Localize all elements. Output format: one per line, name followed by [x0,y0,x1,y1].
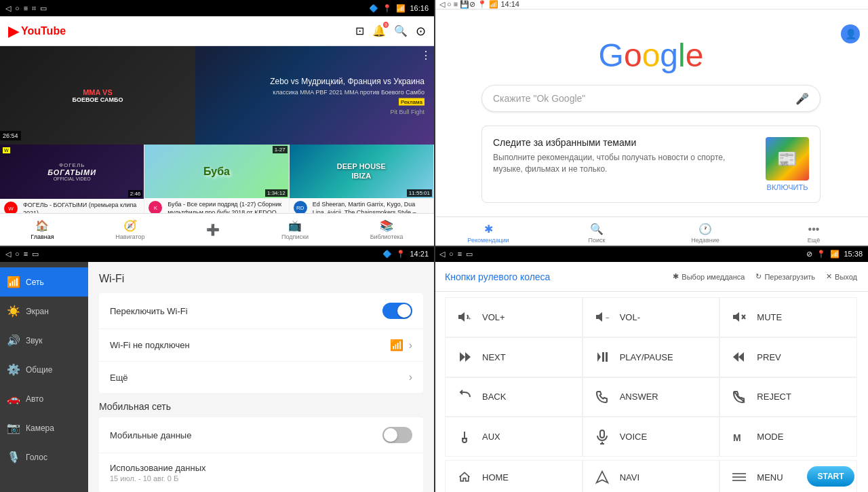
mobile-data-row[interactable]: Мобильные данные [99,417,423,453]
wifi-more-label: Ещё [110,373,409,383]
search-icon[interactable]: 🔍 [394,24,408,37]
menu-icon-br[interactable]: ≡ [458,250,462,258]
back-icon[interactable]: ◁ [5,4,11,13]
google-nav-recommendations[interactable]: ✱ Рекомендации [434,223,542,244]
navi-cell[interactable]: NAVI [583,460,720,492]
sidebar-item-sound[interactable]: 🔊 Звук [0,326,88,355]
time-tr: 14:14 [500,0,519,8]
home-icon-br[interactable]: ○ [449,250,454,258]
featured-video[interactable]: MMA VS БОЕВОЕ САМБО 26:54 Zebo vs Мудриц… [0,46,434,145]
vol-plus-cell[interactable]: + VOL+ [445,297,583,337]
answer-label: ANSWER [620,392,658,402]
status-bar-br-left: ◁ ○ ≡ ▭ [439,250,473,259]
vol-plus-icon: + [454,306,475,328]
account-icon[interactable]: ⊙ [416,24,426,39]
yt-nav-subscriptions[interactable]: 📺 Подписки [281,219,309,240]
reject-cell[interactable]: REJECT [719,377,857,417]
auto-icon: 🚗 [7,392,20,405]
home-icon-bl[interactable]: ○ [15,250,20,258]
thumb-buba[interactable]: Буба 1-27 1:34:12 K Буба - Все серии под… [144,145,289,213]
thumb-deephouse[interactable]: DEEP HOUSEIBIZA 11:55:01 LIVE RD Ed Shee… [290,145,434,213]
menu-icon[interactable]: ≡ [24,4,28,12]
yt-nav-navigator[interactable]: 🧭 Навигатор [115,219,144,240]
yt-nav-home[interactable]: 🏠 Главная [31,219,54,240]
display-icon: ☀️ [7,305,20,318]
google-nav-search[interactable]: 🔍 Поиск [542,223,651,244]
sidebar-item-auto[interactable]: 🚗 Авто [0,384,88,413]
sidebar-item-network[interactable]: 📶 Сеть [0,267,88,297]
wifi-toggle[interactable] [382,303,412,319]
google-search-bar[interactable]: Скажите "Ok Google" 🎤 [481,85,821,112]
more-options-icon[interactable]: ⋮ [420,49,431,62]
home-icon-tr[interactable]: ○ [447,0,452,8]
google-mic-icon[interactable]: 🎤 [795,92,809,105]
google-nav-more[interactable]: ••• Ещё [760,223,868,244]
answer-cell[interactable]: ANSWER [583,377,720,417]
mode-cell[interactable]: M MODE [719,417,857,457]
google-nav-recent[interactable]: 🕐 Недавние [651,223,760,244]
menu-ctrl-label: MENU [757,472,783,482]
google-enable-btn[interactable]: 📰 ВКЛЮЧИТЬ [766,137,809,191]
back-icon-bl[interactable]: ◁ [5,250,11,259]
start-button[interactable]: START [807,466,854,487]
mobile-data-toggle[interactable] [382,427,412,443]
google-enable-label[interactable]: ВКЛЮЧИТЬ [767,183,808,191]
bt-off-icon-br: ⊘ [806,250,812,259]
location-icon-bl: 📍 [396,250,406,259]
mobile-data-label: Мобильные данные [110,430,382,440]
back-icon-br[interactable]: ◁ [439,250,445,259]
android-status-bar-br: ◁ ○ ≡ ▭ ⊘ 📍 📶 15:38 [434,246,868,262]
mobile-section-title: Мобильная сеть [99,401,423,412]
aux-cell[interactable]: AUX [445,417,583,457]
home-icon[interactable]: ○ [15,4,20,12]
wifi-more-row[interactable]: Ещё › [99,362,423,393]
more-chevron-icon: › [409,371,412,383]
back-cell[interactable]: BACK [445,377,583,417]
thumb-bogaty[interactable]: ФОГЕЛЬ БОГАТЫМИ OFFICIAL VIDEO W 2:46 W … [0,145,144,213]
location-icon-tr: 📍 [477,0,487,8]
menu-ctrl-icon [728,466,750,488]
youtube-logo: ▶ YouTube [8,23,66,39]
exit-action[interactable]: ✕ Выход [826,272,857,281]
home-cell[interactable]: HOME [445,460,583,492]
save-icon-tr: 💾 [460,0,469,8]
menu-icon-tr[interactable]: ≡ [454,0,458,8]
play-pause-cell[interactable]: PLAY/PAUSE [583,337,720,377]
exit-icon: ✕ [826,272,832,281]
sidebar-item-display[interactable]: ☀️ Экран [0,297,88,326]
back-icon-tr[interactable]: ◁ [439,0,445,8]
notifications-icon[interactable]: 🔔9 [372,24,386,37]
menu-icon-bl[interactable]: ≡ [24,250,28,258]
mode-icon: M [728,426,750,448]
google-follow-img: 📰 [766,137,809,181]
voice-label: VOICE [620,432,647,442]
channel-icon-bogaty: W [4,202,18,213]
imedance-action[interactable]: ✱ Выбор имедданса [673,272,745,281]
google-account-icon[interactable]: 👤 [841,24,860,43]
wifi-toggle-row[interactable]: Переключить Wi-Fi [99,293,423,329]
svg-text:M: M [733,432,741,443]
next-cell[interactable]: NEXT [445,337,583,377]
next-icon [454,346,475,368]
cast-icon[interactable]: ⊡ [355,24,364,37]
voice-cell[interactable]: VOICE [583,417,720,457]
sidebar-item-camera[interactable]: 📷 Камера [0,413,88,442]
usb-icon: ⌗ [32,4,36,13]
featured-title: Zebo vs Мудрицкий, Франция vs Украина [270,76,425,86]
bt-icon-bl: 🔷 [382,250,392,259]
mute-cell[interactable]: MUTE [719,297,857,337]
yt-nav-library[interactable]: 📚 Библиотека [370,219,403,240]
wifi-not-connected-row[interactable]: Wi-Fi не подключен 📶 › [99,329,423,362]
sidebar-item-general[interactable]: ⚙️ Общие [0,355,88,384]
status-bar-bl-left: ◁ ○ ≡ ▭ [5,250,39,259]
yt-nav-add[interactable]: ➕ [206,223,220,236]
google-follow-title: Следите за избранными темами [493,137,755,148]
mobile-card: Мобильные данные Использование данных 15… [99,417,423,492]
time-bl: 14:21 [410,250,429,258]
sidebar-item-voice[interactable]: 🎙️ Голос [0,442,88,472]
reload-action[interactable]: ↻ Перезагрузить [755,272,815,281]
home-ctrl-label: HOME [482,472,509,482]
aux-icon [454,426,475,448]
prev-cell[interactable]: PREV [719,337,857,377]
vol-minus-cell[interactable]: − VOL- [583,297,720,337]
